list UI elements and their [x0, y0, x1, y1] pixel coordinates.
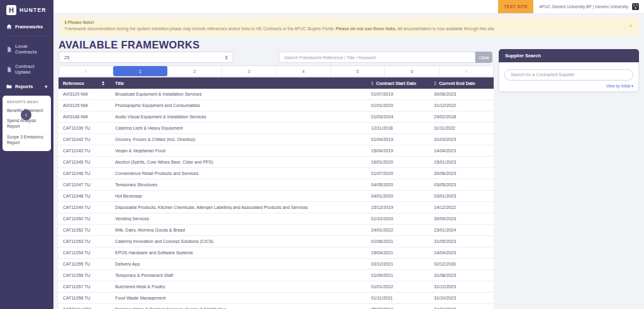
column-header-contract-start-date[interactable]: Contract Start Date: [367, 81, 430, 86]
cell-end: 29/02/2028: [430, 115, 494, 119]
cell-end: 03/01/2023: [430, 194, 494, 198]
folder-icon: [6, 84, 12, 89]
page-size-value: 25: [64, 55, 69, 60]
supplier-search-body: View by Initial ▾: [499, 62, 639, 92]
table-row[interactable]: AVI3146 NWAudio Visual Equipment & Insta…: [58, 111, 494, 123]
cell-start: 04/01/2020: [367, 194, 430, 198]
table-row[interactable]: CAT11048 TUHot Beverage04/01/202003/01/2…: [58, 191, 494, 202]
cell-start: 01/11/2021: [367, 296, 430, 300]
select-caret-icon: [225, 55, 228, 60]
cell-title: Disposable Products, Kitchen Chemicals, …: [111, 205, 367, 210]
pagination-page-6[interactable]: 6: [385, 66, 439, 76]
sort-icon: [434, 81, 436, 86]
pagination-page-1[interactable]: 1: [113, 66, 167, 76]
sidebar-divider: [6, 36, 47, 37]
table-row[interactable]: CAT3119 CPCDrinking Water & Related Serv…: [58, 304, 494, 309]
pagination-next[interactable]: ›: [440, 66, 493, 76]
sidebar-collapse-button[interactable]: ‹: [21, 110, 31, 120]
sidebar-item-contract-uptake[interactable]: Contract Uptake: [0, 59, 53, 79]
submenu-item-scope-3-emissions-report[interactable]: Scope 3 Emissions Report: [7, 134, 47, 145]
chevron-down-icon: ▾: [45, 84, 47, 89]
table-row[interactable]: CAT11039 TUCatering Light & Heavy Equipm…: [58, 123, 494, 134]
cell-title: Photographic Equipment and Consumables: [111, 103, 367, 108]
frameworks-table: Reference Title Contract Start Date Curr…: [58, 77, 494, 309]
table-row[interactable]: CAT11047 TUTemporary Structures04/05/202…: [58, 179, 494, 191]
cell-start: 16/01/2020: [367, 160, 430, 164]
close-icon[interactable]: ×: [630, 23, 633, 29]
cell-title: EPOS Hardware and Software Systems: [111, 250, 367, 255]
table-row[interactable]: AVI3125 NWPhotographic Equipment and Con…: [58, 100, 494, 111]
table-row[interactable]: CAT11056 TUTemporary & Permanent Staff01…: [58, 270, 494, 281]
cell-end: 23/01/2024: [430, 228, 494, 232]
cell-reference: CAT11054 TU: [58, 250, 111, 255]
cell-title: Grocery, Frozen & Chilled (incl. Onestop…: [111, 137, 367, 142]
cell-reference: AVI3146 NW: [58, 115, 111, 119]
table-row[interactable]: CAT11043 TUVegan & Vegetarian Food15/04/…: [58, 145, 494, 157]
table-row[interactable]: CAT11045 TUAlcohol (Spirits, Core Wines …: [58, 157, 494, 168]
sidebar: H HUNTER Frameworks Local Contracts Cont…: [0, 0, 53, 309]
chevron-down-icon: ▾: [631, 84, 633, 88]
organization-icon[interactable]: [632, 3, 639, 10]
cell-reference: AVI3125 NW: [58, 103, 111, 108]
cell-reference: CAT11057 TU: [58, 284, 111, 289]
cell-end: 31/05/2023: [430, 239, 494, 244]
table-row[interactable]: CAT11042 TUGrocery, Frozen & Chilled (in…: [58, 134, 494, 145]
table-row[interactable]: CAT11050 TUVending Services01/10/202030/…: [58, 213, 494, 225]
column-header-current-end-date[interactable]: Current End Date: [430, 81, 494, 86]
cell-title: Butchered Meat & Poultry: [111, 284, 367, 289]
sidebar-item-label: Reports: [15, 84, 33, 89]
clear-button[interactable]: Clear: [475, 52, 492, 63]
pagination-page-3[interactable]: 3: [222, 66, 276, 76]
cell-reference: CAT11039 TU: [58, 126, 111, 130]
cell-end: 30/09/2023: [430, 216, 494, 221]
supplier-search-title: Supplier Search: [499, 49, 639, 62]
test-site-badge[interactable]: TEST SITE: [498, 0, 533, 13]
cell-title: Milk, Dairy, Morning Goods & Bread: [111, 228, 367, 232]
account-label[interactable]: APUC Generic University BP | Generic Uni…: [539, 4, 628, 9]
table-row[interactable]: AVI3120 NWBroadcast Equipment & Installa…: [58, 89, 494, 100]
cell-end: 31/10/2023: [430, 296, 494, 300]
sidebar-item-reports[interactable]: Reports ▾: [0, 79, 53, 94]
top-navbar: TEST SITE APUC Generic University BP | G…: [53, 0, 644, 14]
document-icon: [6, 67, 12, 72]
cell-reference: CAT11058 TU: [58, 296, 111, 300]
table-row[interactable]: CAT11049 TUDisposable Products, Kitchen …: [58, 202, 494, 213]
cell-title: Delivery App: [111, 262, 367, 266]
table-row[interactable]: CAT11058 TUFood Waste Management01/11/20…: [58, 293, 494, 304]
reports-submenu: REPORTS MENU Benefits Statement Spend An…: [3, 96, 51, 151]
app-logo[interactable]: H HUNTER: [0, 0, 53, 20]
main-content: ℹ Please Note! Framework documentation d…: [53, 14, 644, 309]
chevron-left-icon: ‹: [25, 112, 27, 118]
sidebar-item-frameworks[interactable]: Frameworks: [0, 20, 53, 34]
column-header-reference[interactable]: Reference: [58, 81, 111, 86]
sidebar-item-local-contracts[interactable]: Local Contracts: [0, 39, 53, 59]
cell-title: Temporary & Permanent Staff: [111, 273, 367, 278]
reports-menu-title: REPORTS MENU: [7, 100, 47, 104]
cell-reference: CAT11048 TU: [58, 194, 111, 198]
view-by-initial-link[interactable]: View by Initial ▾: [504, 84, 633, 88]
table-row[interactable]: CAT11053 TUCatering Innovation and Conce…: [58, 236, 494, 247]
cell-title: Hot Beverage: [111, 194, 367, 198]
table-row[interactable]: CAT11055 TUDelivery App03/12/202102/12/2…: [58, 259, 494, 270]
column-header-title[interactable]: Title: [111, 81, 367, 86]
supplier-search-input[interactable]: [504, 69, 633, 81]
cell-title: Vegan & Vegetarian Food: [111, 149, 367, 153]
cell-end: 31/12/2023: [430, 284, 494, 289]
cell-reference: AVI3120 NW: [58, 92, 111, 96]
framework-search-input[interactable]: [279, 52, 475, 63]
sort-icon: [102, 81, 104, 86]
pagination-page-4[interactable]: 4: [277, 66, 331, 76]
supplier-search-panel: Supplier Search View by Initial ▾: [499, 49, 639, 92]
framework-search: Clear: [279, 52, 492, 63]
cell-start: 04/05/2020: [367, 183, 430, 187]
page-size-select[interactable]: 25: [58, 52, 233, 63]
table-row[interactable]: CAT11054 TUEPOS Hardware and Software Sy…: [58, 247, 494, 259]
table-row[interactable]: CAT11046 TUConvenience Retail Products a…: [58, 168, 494, 179]
table-row[interactable]: CAT11057 TUButchered Meat & Poultry01/01…: [58, 281, 494, 293]
cell-reference: CAT11052 TU: [58, 228, 111, 232]
pagination-prev[interactable]: ‹: [59, 66, 113, 76]
cell-reference: CAT11043 TU: [58, 149, 111, 153]
table-row[interactable]: CAT11052 TUMilk, Dairy, Morning Goods & …: [58, 225, 494, 236]
pagination-page-5[interactable]: 5: [331, 66, 385, 76]
pagination-page-2[interactable]: 2: [168, 66, 222, 76]
